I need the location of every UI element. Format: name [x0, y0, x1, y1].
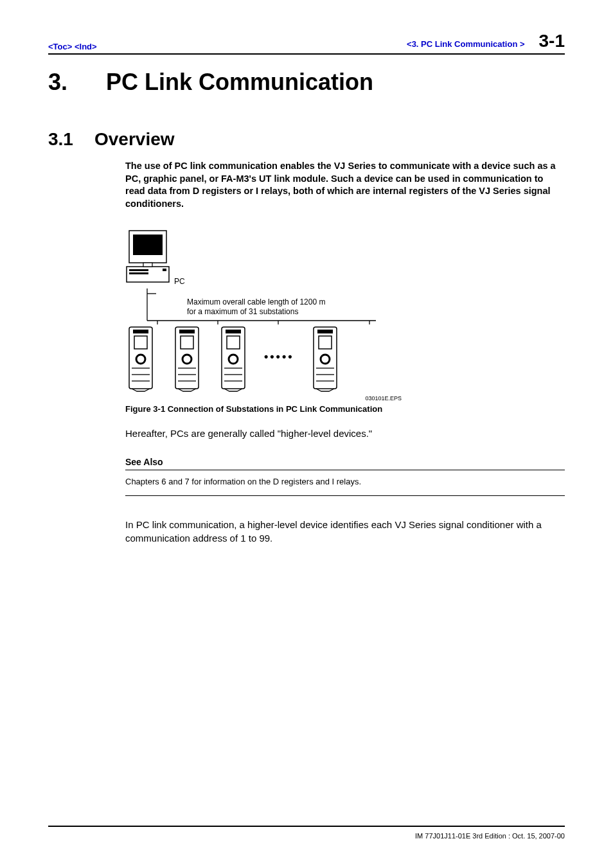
intro-paragraph: The use of PC link communication enables… [125, 160, 565, 210]
substation-icon [172, 326, 202, 393]
figure-caption: Figure 3-1 Connection of Substations in … [125, 404, 565, 414]
substations-row: ••••• [125, 326, 395, 393]
pc-icon: PC [125, 229, 169, 288]
svg-rect-16 [134, 336, 147, 349]
svg-rect-29 [226, 330, 241, 333]
svg-rect-6 [143, 263, 152, 267]
section-number: 3.1 [48, 129, 94, 150]
substation-icon [310, 326, 341, 393]
bus-caption-line1: Maximum overall cable length of 1200 m [187, 297, 325, 307]
page-number: 3-1 [539, 31, 565, 51]
content-block: The use of PC link communication enables… [125, 160, 565, 545]
substation-icon [125, 326, 156, 393]
svg-rect-37 [319, 336, 332, 349]
toc-link[interactable]: <Toc> [48, 42, 72, 51]
paragraph-hereafter: Hereafter, PCs are generally called "hig… [125, 427, 565, 440]
svg-rect-15 [133, 330, 148, 333]
header-left-links: <Toc> <Ind> [48, 42, 97, 51]
chapter-heading: 3.PC Link Communication [48, 69, 565, 96]
section-heading: 3.1Overview [48, 129, 565, 150]
footer-rule [48, 826, 565, 827]
svg-rect-30 [227, 336, 240, 349]
svg-rect-22 [179, 330, 195, 333]
svg-rect-1 [133, 235, 163, 255]
ellipsis-icon: ••••• [264, 350, 294, 364]
footer-text: IM 77J01J11-01E 3rd Edition : Oct. 15, 2… [415, 832, 565, 840]
see-also-heading: See Also [125, 457, 565, 470]
chapter-number: 3. [48, 69, 106, 96]
bus-diagram: Maximum overall cable length of 1200 m f… [125, 288, 395, 324]
bus-caption-line2: for a maximum of 31 substations [187, 307, 325, 317]
pc-label: PC [174, 277, 185, 286]
page-header: <Toc> <Ind> <3. PC Link Communication > … [48, 31, 565, 55]
bus-caption: Maximum overall cable length of 1200 m f… [187, 297, 325, 317]
figure-3-1: PC Maximum overall cable length of 1200 … [125, 229, 395, 402]
svg-rect-23 [181, 336, 193, 349]
header-right: <3. PC Link Communication > 3-1 [407, 31, 565, 51]
section-title: Overview [94, 129, 175, 149]
svg-rect-36 [317, 330, 333, 333]
svg-rect-5 [163, 269, 166, 271]
breadcrumb: <3. PC Link Communication > [407, 39, 524, 49]
ind-link[interactable]: <Ind> [75, 42, 97, 51]
substation-icon [218, 326, 249, 393]
svg-rect-3 [129, 269, 148, 271]
svg-rect-4 [129, 272, 148, 274]
chapter-title: PC Link Communication [106, 69, 373, 95]
see-also-body: Chapters 6 and 7 for information on the … [125, 477, 565, 496]
paragraph-address: In PC link communication, a higher-level… [125, 518, 565, 545]
eps-filename: 030101E.EPS [125, 395, 402, 402]
